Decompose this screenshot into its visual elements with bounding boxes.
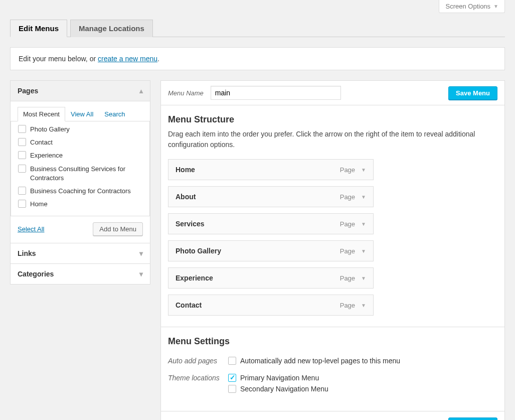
inner-tab-search[interactable]: Search: [99, 107, 130, 121]
nav-tabs: Edit Menus Manage Locations: [10, 19, 505, 37]
create-menu-link[interactable]: create a new menu: [98, 55, 157, 63]
menu-item-type: Page: [340, 220, 355, 228]
chevron-down-icon: ▼: [493, 4, 498, 9]
save-menu-button-top[interactable]: Save Menu: [448, 86, 497, 100]
chevron-down-icon[interactable]: ▼: [361, 303, 366, 308]
menu-item[interactable]: About Page ▼: [168, 186, 374, 207]
checkbox-checked-icon[interactable]: [228, 374, 236, 382]
intro-suffix: .: [157, 55, 159, 63]
theme-location-option[interactable]: Primary Navigation Menu: [228, 374, 497, 382]
menu-item-title: Experience: [176, 274, 213, 282]
accordion-links-header[interactable]: Links ▾: [11, 243, 150, 263]
auto-add-label: Auto add pages: [168, 357, 228, 365]
page-item[interactable]: Home: [18, 198, 142, 211]
intro-bar: Edit your menu below, or create a new me…: [10, 47, 505, 70]
theme-location-option[interactable]: Secondary Navigation Menu: [228, 385, 497, 393]
chevron-down-icon[interactable]: ▼: [361, 194, 366, 200]
menu-item-title: Photo Gallery: [176, 247, 221, 255]
theme-locations-label: Theme locations: [168, 374, 228, 382]
caret-down-icon: ▾: [139, 270, 143, 278]
menu-footer: Delete Menu Save Menu: [161, 411, 504, 420]
accordion-links-title: Links: [18, 249, 36, 257]
checkbox-icon[interactable]: [18, 165, 26, 173]
checkbox-icon[interactable]: [228, 357, 236, 365]
checkbox-icon[interactable]: [18, 187, 26, 195]
menu-item[interactable]: Contact Page ▼: [168, 295, 374, 316]
checkbox-icon[interactable]: [228, 385, 236, 393]
menu-item[interactable]: Services Page ▼: [168, 213, 374, 234]
accordion-categories-header[interactable]: Categories ▾: [11, 264, 150, 284]
menu-item-type: Page: [340, 302, 355, 309]
checkbox-icon[interactable]: [18, 125, 26, 133]
select-all-link[interactable]: Select All: [18, 225, 44, 233]
accordion-pages-header[interactable]: Pages ▴: [11, 81, 150, 101]
tab-manage-locations[interactable]: Manage Locations: [70, 20, 153, 37]
menu-structure-desc: Drag each item into the order you prefer…: [168, 129, 497, 150]
accordion-categories: Categories ▾: [10, 263, 150, 285]
chevron-down-icon[interactable]: ▼: [361, 275, 366, 281]
add-to-menu-button[interactable]: Add to Menu: [93, 222, 143, 236]
menu-settings-title: Menu Settings: [168, 336, 497, 347]
menu-item-title: Services: [176, 220, 205, 228]
page-item[interactable]: Contact: [18, 136, 142, 149]
chevron-down-icon[interactable]: ▼: [361, 248, 366, 254]
checkbox-icon[interactable]: [18, 151, 26, 159]
save-menu-button-bottom[interactable]: Save Menu: [448, 417, 497, 420]
intro-prefix: Edit your menu below, or: [19, 55, 98, 63]
accordion-pages: Pages ▴ Most Recent View All Search Phot…: [10, 80, 150, 243]
menu-name-input[interactable]: [211, 86, 341, 100]
menu-item-type: Page: [340, 274, 355, 282]
page-item[interactable]: Experience: [18, 149, 142, 162]
page-item[interactable]: Business Coaching for Contractors: [18, 185, 142, 198]
menu-structure-title: Menu Structure: [168, 114, 497, 125]
page-item[interactable]: Photo Gallery: [18, 123, 142, 136]
menu-item[interactable]: Home Page ▼: [168, 159, 374, 180]
accordion-pages-title: Pages: [18, 87, 38, 95]
menu-header: Menu Name Save Menu: [161, 81, 504, 105]
checkbox-icon[interactable]: [18, 200, 26, 208]
menu-item-type: Page: [340, 166, 355, 174]
menu-edit-panel: Menu Name Save Menu Menu Structure Drag …: [160, 80, 505, 420]
caret-up-icon: ▴: [139, 87, 143, 95]
page-item[interactable]: Business Consulting Services for Contrac…: [18, 163, 142, 185]
menu-item-type: Page: [340, 193, 355, 201]
menu-item-type: Page: [340, 247, 355, 255]
auto-add-option[interactable]: Automatically add new top-level pages to…: [228, 357, 497, 365]
menu-item-title: Home: [176, 166, 195, 174]
menu-item[interactable]: Experience Page ▼: [168, 267, 374, 289]
chevron-down-icon[interactable]: ▼: [361, 221, 366, 227]
menu-item[interactable]: Photo Gallery Page ▼: [168, 240, 374, 261]
screen-options-label: Screen Options: [445, 3, 490, 10]
page-list: Photo Gallery Contact Experience Busines…: [11, 121, 150, 216]
accordion-categories-title: Categories: [18, 270, 54, 278]
menu-item-title: About: [176, 193, 196, 201]
tab-edit-menus[interactable]: Edit Menus: [10, 20, 67, 37]
chevron-down-icon[interactable]: ▼: [361, 167, 366, 173]
accordion-links: Links ▾: [10, 243, 150, 264]
menu-name-label: Menu Name: [168, 89, 204, 97]
checkbox-icon[interactable]: [18, 138, 26, 146]
inner-tab-view-all[interactable]: View All: [65, 107, 99, 121]
menu-item-title: Contact: [176, 301, 202, 309]
screen-options-button[interactable]: Screen Options ▼: [439, 0, 505, 13]
inner-tab-most-recent[interactable]: Most Recent: [18, 107, 65, 121]
caret-down-icon: ▾: [139, 249, 143, 257]
